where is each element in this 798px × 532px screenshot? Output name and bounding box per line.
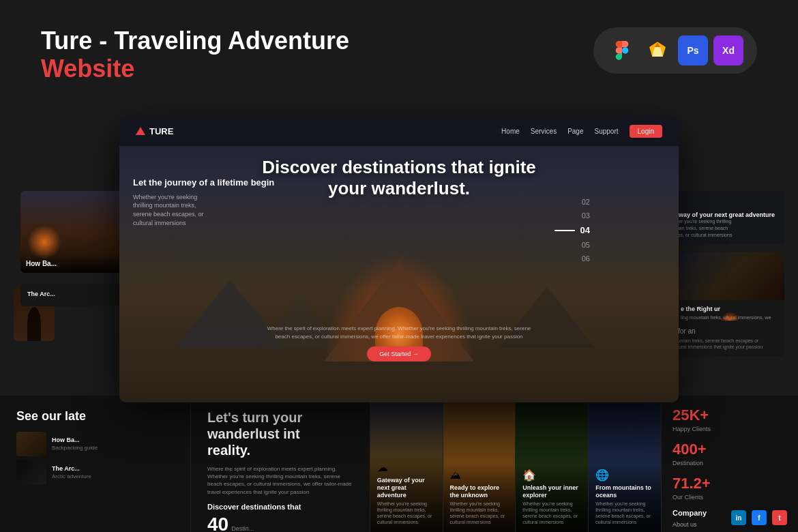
wanderlust-title: Let's turn your wanderlust int reality.	[207, 409, 353, 458]
preview-left-text: Let the journey of a lifetime begin Whet…	[133, 177, 274, 227]
thumb-list: How Ba... Backpacking guide The Arc... A…	[16, 432, 174, 485]
facebook-icon[interactable]: f	[752, 510, 767, 525]
title-block: Ture - Traveling Adventure Website	[41, 27, 349, 83]
thumb-2-title: The Arc...	[52, 465, 91, 472]
preview-logo: TURE	[136, 126, 173, 136]
dest-card-1-icon: ☁	[377, 461, 436, 474]
apply-prefix: ly for an	[671, 327, 775, 335]
preview-background: TURE Home Services Page Support Login Di…	[119, 116, 679, 402]
header: Ture - Traveling Adventure Website Ps	[0, 0, 798, 97]
dest-card-3-overlay: 🏠 Unleash your inner explorer Whether yo…	[516, 462, 588, 532]
num-02: 02	[582, 198, 590, 206]
twitter-icon[interactable]: t	[772, 510, 787, 525]
dest-card-1-desc: Whether you're seeking thrilling mountai…	[377, 501, 436, 525]
hero-title-line2: your wanderlust.	[328, 178, 470, 198]
dest-card-3-desc: Whether you're seeking thrilling mountai…	[522, 501, 581, 525]
stat-25k-label: Happy Clients	[673, 426, 787, 432]
dest-card-3-icon: 🏠	[522, 469, 581, 482]
scenic-icon: ≡	[665, 198, 775, 209]
num-04-active: 04	[555, 225, 590, 235]
dest-card-1-title: Gateway of your next great adventure	[377, 477, 436, 499]
subtitle-line1: Let the journey of a lifetime begin	[133, 177, 274, 188]
preview-nav-links: Home Services Page Support Login	[501, 125, 662, 138]
dest-card-4-title: From mountains to oceans	[595, 484, 654, 499]
wanderlust-desc: Where the spirit of exploration meets ex…	[207, 465, 353, 496]
figma-icon	[607, 35, 637, 65]
thumb-1-title: How Ba...	[52, 437, 98, 443]
dest-card-4-overlay: 🌐 From mountains to oceans Whether you'r…	[589, 462, 661, 532]
right-apply-card: ly for an mountain treks, serene beach e…	[662, 321, 784, 357]
nav-home[interactable]: Home	[501, 128, 520, 135]
preview-body-text: Where the spirit of exploration meets ex…	[263, 325, 535, 341]
sketch-icon	[642, 35, 673, 65]
wanderlust-line3: reality.	[207, 443, 250, 458]
left-image-overlay: How Ba...	[20, 254, 130, 273]
right-stats-panel: 25K+ Happy Clients 400+ Destination 71.2…	[662, 396, 798, 532]
preview-numbers: 02 03 04 05 06	[555, 198, 590, 263]
thumb-1-img	[16, 432, 46, 456]
preview-navbar: TURE Home Services Page Support Login	[119, 116, 679, 146]
left-preview-image: How Ba...	[20, 191, 130, 273]
num-line	[555, 230, 575, 231]
linkedin-icon[interactable]: in	[731, 510, 746, 525]
preview-cta-btn[interactable]: Get Started →	[367, 346, 431, 361]
wanderlust-line1: Let's turn your	[207, 410, 302, 425]
stat-71: 71.2+	[673, 475, 787, 492]
dest-card-3-title: Unleash your inner explorer	[522, 484, 581, 499]
nav-services[interactable]: Services	[531, 128, 557, 135]
stat-happy-clients: 25K+ Happy Clients	[673, 407, 787, 432]
right-card-image	[675, 252, 784, 300]
xd-icon: Xd	[713, 35, 743, 65]
thumb-item-2: The Arc... Arctic adventure	[16, 460, 174, 485]
social-icons: in f t	[662, 510, 798, 525]
thumb-1-sub: Backpacking guide	[52, 445, 98, 452]
left-small-card: The Arc...	[20, 284, 123, 306]
subtitle: Website	[41, 55, 349, 83]
photoshop-icon: Ps	[678, 35, 708, 65]
dest-card-2-title: Ready to explore the unknown	[450, 484, 509, 499]
dest-card-4: 🌐 From mountains to oceans Whether you'r…	[589, 396, 662, 532]
hero-title-line1: Discover destinations that ignite	[262, 157, 536, 177]
wanderlust-line2: wanderlust int	[207, 426, 300, 441]
discover-num-block: 40 Destin...	[207, 514, 353, 532]
figure-silhouette	[27, 307, 41, 341]
apply-desc: mountain treks, serene beach escapes or …	[671, 338, 775, 350]
left-small-card-title: The Arc...	[27, 291, 116, 297]
discover-label: Destin...	[231, 525, 254, 532]
dest-card-1-overlay: ☁ Gateway of your next great adventure W…	[370, 454, 443, 532]
thumb-2-sub: Arctic adventure	[52, 473, 91, 480]
bottom-left-panel: See our late How Ba... Backpacking guide…	[0, 396, 191, 532]
discover-title: Discover destinations that	[207, 503, 353, 511]
thumb-2-img	[16, 460, 46, 485]
nav-login-btn[interactable]: Login	[630, 125, 662, 138]
stat-400-label: Destination	[673, 460, 787, 467]
stat-25k: 25K+	[673, 407, 787, 424]
bottom-center-panel: Let's turn your wanderlust int reality. …	[191, 396, 370, 532]
dest-card-2-icon: ⛰	[450, 469, 509, 482]
left-card-title: How Ba...	[26, 260, 124, 267]
dest-card-4-desc: Whether you're seeking thrilling mountai…	[595, 501, 654, 525]
thumb-2-text: The Arc... Arctic adventure	[52, 465, 91, 480]
nav-support[interactable]: Support	[595, 128, 619, 135]
thumb-item-1: How Ba... Backpacking guide	[16, 432, 174, 456]
dest-card-2: ⛰ Ready to explore the unknown Whether y…	[443, 396, 516, 532]
nav-page[interactable]: Page	[567, 128, 583, 135]
dest-card-1: ☁ Gateway of your next great adventure W…	[370, 396, 443, 532]
bottom-destination-cards: ☁ Gateway of your next great adventure W…	[370, 396, 662, 532]
num-06: 06	[582, 254, 590, 263]
num-03: 03	[582, 211, 590, 220]
stat-clients: 71.2+ Our Clients	[673, 475, 787, 501]
stat-destination: 400+ Destination	[673, 441, 787, 467]
preview-left-subtitle: Let the journey of a lifetime begin	[133, 177, 274, 189]
main-title: Ture - Traveling Adventure	[41, 27, 349, 55]
dest-card-2-desc: Whether you're seeking thrilling mountai…	[450, 501, 509, 525]
tool-icons-bar: Ps Xd	[593, 27, 757, 74]
bottom-section: See our late How Ba... Backpacking guide…	[0, 396, 798, 532]
thumb-1-text: How Ba... Backpacking guide	[52, 437, 98, 452]
num-05: 05	[582, 241, 590, 249]
dest-card-4-icon: 🌐	[595, 469, 654, 482]
discover-number: 40	[207, 514, 228, 532]
stat-400: 400+	[673, 441, 787, 458]
preview-left-description: Whether you're seeking thrilling mountai…	[133, 193, 215, 227]
main-preview: TURE Home Services Page Support Login Di…	[119, 116, 679, 402]
